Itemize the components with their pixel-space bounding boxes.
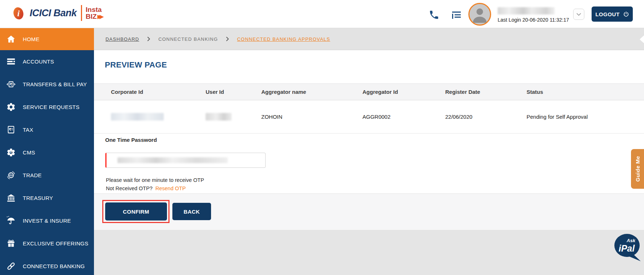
- otp-label: One Time Password: [105, 137, 157, 143]
- cms-gear-rupee-icon: ₹: [6, 148, 16, 157]
- guide-me-label: Guide Me: [635, 156, 641, 182]
- link-icon: [6, 261, 16, 271]
- svg-text:₹: ₹: [10, 82, 12, 86]
- app-window: i ICICI Bank Insta BIZ ▶▶: [0, 0, 644, 275]
- person-silhouette-icon: [469, 4, 490, 25]
- back-button[interactable]: BACK: [172, 203, 211, 220]
- svg-text:i: i: [17, 9, 20, 18]
- sidebar-item-connected-banking[interactable]: CONNECTED BANKING: [0, 255, 94, 275]
- profile-menu-button[interactable]: [573, 9, 584, 20]
- biz-arrows-icon: ▶▶: [98, 14, 102, 19]
- svg-text:₹: ₹: [9, 127, 11, 131]
- power-icon: [623, 11, 629, 17]
- column-header: Register Date: [445, 89, 527, 95]
- active-item-notch: [640, 35, 644, 43]
- footer-area: [94, 230, 644, 275]
- otp-wait-message: Please wait for one minute to receive OT…: [106, 177, 204, 183]
- confirm-button[interactable]: CONFIRM: [105, 202, 167, 221]
- sidebar-item-tax[interactable]: ₹ TAX: [0, 118, 94, 141]
- logout-button[interactable]: LOGOUT: [592, 6, 633, 22]
- product-name-top: Insta: [86, 6, 102, 13]
- breadcrumb-connected-banking[interactable]: CONNECTED BANKING: [158, 36, 218, 42]
- logout-label: LOGOUT: [595, 11, 619, 17]
- sidebar-item-label: TREASURY: [23, 195, 53, 201]
- sidebar-item-label: SERVICE REQUESTS: [23, 104, 80, 110]
- status-value: Pending for Self Approval: [527, 114, 644, 120]
- guide-me-tab[interactable]: Guide Me: [631, 149, 644, 189]
- action-button-band: CONFIRM BACK: [94, 193, 644, 230]
- sidebar-item-trade[interactable]: TRADE: [0, 164, 94, 187]
- table-header-row: Corporate Id User Id Aggregator name Agg…: [94, 83, 644, 100]
- last-login-text: Last Login 20-06-2020 11:32:17: [498, 17, 569, 23]
- product-name-bottom: BIZ: [86, 13, 97, 20]
- ipal-ask-label: Ask: [626, 238, 636, 243]
- breadcrumb: DASHBOARD CONNECTED BANKING CONNECTED BA…: [94, 28, 644, 50]
- umbrella-icon: [6, 216, 16, 226]
- sidebar-item-label: HOME: [23, 36, 39, 42]
- breadcrumb-dashboard[interactable]: DASHBOARD: [106, 36, 139, 42]
- user-id-redacted: [206, 113, 232, 121]
- sidebar-item-treasury[interactable]: TREASURY: [0, 187, 94, 209]
- icici-i-mark-icon: i: [11, 4, 26, 22]
- sidebar-item-label: TAX: [23, 127, 33, 133]
- table-row: ZOHOIN AGGR0002 22/06/2020 Pending for S…: [94, 100, 644, 134]
- sidebar-item-service-requests[interactable]: SERVICE REQUESTS: [0, 96, 94, 118]
- avatar[interactable]: [468, 3, 491, 26]
- otp-value-redacted: [117, 157, 228, 163]
- gift-icon: [6, 239, 16, 248]
- logo-divider: [81, 5, 82, 21]
- brand-name: ICICI Bank: [30, 8, 77, 19]
- otp-resend-line: Not Received OTP? Resend OTP: [106, 185, 186, 191]
- top-header: i ICICI Bank Insta BIZ ▶▶: [0, 0, 644, 28]
- breadcrumb-separator-icon: [226, 36, 229, 42]
- tax-receipt-icon: ₹: [6, 125, 16, 135]
- ipal-bubble-icon: Ask iPal: [614, 233, 643, 263]
- column-header: Aggregator name: [261, 89, 362, 95]
- ask-ipal-button[interactable]: Ask iPal: [614, 233, 643, 263]
- column-header: Status: [527, 89, 644, 95]
- main-content: PREVIEW PAGE Corporate Id User Id Aggreg…: [94, 50, 644, 275]
- sidebar-item-label: TRADE: [23, 172, 42, 178]
- sidebar-item-label: INVEST & INSURE: [23, 218, 71, 224]
- column-header: User Id: [206, 89, 261, 95]
- phone-icon[interactable]: [429, 9, 439, 20]
- user-name-redacted: [498, 7, 555, 14]
- column-header: Corporate Id: [111, 89, 206, 95]
- sidebar-item-exclusive-offerings[interactable]: EXCLUSIVE OFFERINGS: [0, 232, 94, 255]
- page-title: PREVIEW PAGE: [105, 60, 167, 70]
- not-received-text: Not Received OTP?: [106, 185, 153, 191]
- register-date-value: 22/06/2020: [445, 114, 527, 120]
- aggregator-name-value: ZOHOIN: [261, 114, 362, 120]
- quick-links-icon[interactable]: [451, 11, 461, 19]
- icici-instabiz-logo: i ICICI Bank Insta BIZ ▶▶: [11, 4, 102, 22]
- gear-icon: [6, 102, 16, 112]
- svg-text:₹: ₹: [10, 151, 12, 154]
- product-mark: Insta BIZ ▶▶: [86, 6, 102, 20]
- sidebar-item-label: CONNECTED BANKING: [23, 263, 85, 269]
- sidebar-item-cms[interactable]: ₹ CMS: [0, 141, 94, 164]
- sidebar-item-label: CMS: [23, 149, 35, 156]
- sidebar-item-label: ACCOUNTS: [23, 58, 54, 65]
- sidebar: HOME ACCOUNTS ₹ TRANSFERS & BILL PAY SER…: [0, 28, 94, 275]
- ipal-name-label: iPal: [619, 243, 635, 253]
- chevron-down-icon: [576, 13, 581, 16]
- sidebar-item-label: EXCLUSIVE OFFERINGS: [23, 240, 89, 246]
- resend-otp-link[interactable]: Resend OTP: [155, 185, 186, 191]
- sidebar-item-transfers-bill-pay[interactable]: ₹ TRANSFERS & BILL PAY: [0, 73, 94, 96]
- sidebar-item-label: TRANSFERS & BILL PAY: [23, 81, 87, 87]
- column-header: Aggregator Id: [362, 89, 445, 95]
- bank-icon: [6, 193, 16, 203]
- globe-trade-icon: [6, 170, 16, 180]
- breadcrumb-separator-icon: [147, 36, 150, 42]
- aggregator-id-value: AGGR0002: [362, 114, 445, 120]
- home-icon: [6, 34, 16, 44]
- transfers-icon: ₹: [6, 79, 16, 89]
- otp-input[interactable]: [105, 153, 266, 168]
- breadcrumb-connected-banking-approvals[interactable]: CONNECTED BANKING APPROVALS: [237, 36, 330, 42]
- sidebar-item-home[interactable]: HOME: [0, 28, 94, 50]
- corporate-id-redacted: [111, 113, 164, 121]
- accounts-icon: [6, 57, 16, 66]
- sidebar-item-invest-insure[interactable]: INVEST & INSURE: [0, 209, 94, 232]
- sidebar-item-accounts[interactable]: ACCOUNTS: [0, 50, 94, 73]
- user-block: Last Login 20-06-2020 11:32:17: [498, 7, 569, 23]
